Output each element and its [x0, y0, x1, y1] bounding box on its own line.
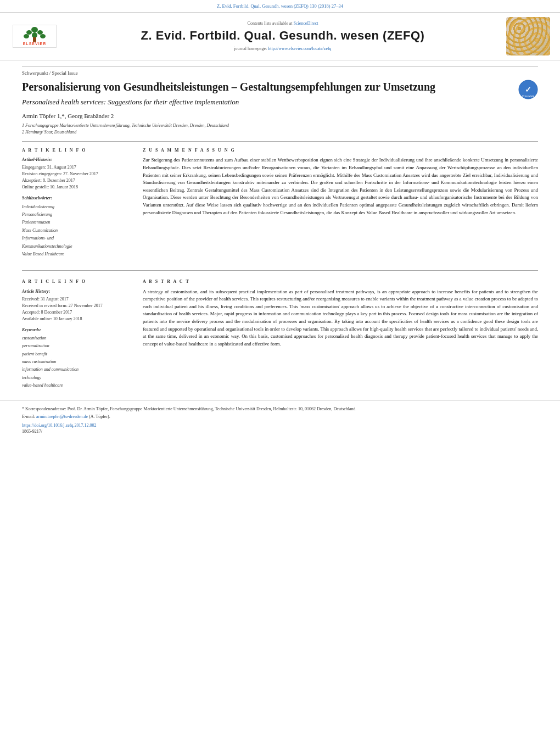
doi-text[interactable]: https://doi.org/10.1016/j.zefq.2017.12.0…	[22, 423, 96, 428]
title-row: Personalisierung von Gesundheitsleistung…	[22, 80, 538, 94]
kw-de-7: Value Based Healthcare	[22, 250, 132, 258]
svg-text:✓: ✓	[525, 85, 531, 94]
email-suffix: (A. Töpfer).	[89, 414, 110, 419]
kw-de-4: Mass Customization	[22, 227, 132, 235]
journal-header: ELSEVIER Contents lists available at Sci…	[0, 12, 560, 60]
zefq-logo	[506, 17, 550, 55]
abstract-text: A strategy of customisation, and its sub…	[143, 288, 538, 348]
eingegangen-line: Eingegangen: 31. August 2017	[22, 164, 132, 171]
keywords-block-en: Keywords: customisation personalisation …	[22, 327, 132, 390]
english-section: A R T I C L E I N F O Article History: R…	[22, 278, 538, 394]
svg-point-6	[40, 34, 46, 38]
footer-note: * Korrespondenzadresse: Prof. Dr. Armin …	[22, 406, 538, 412]
footer: * Korrespondenzadresse: Prof. Dr. Armin …	[0, 400, 560, 440]
kw-de-3: Patientennutzen	[22, 219, 132, 226]
section-divider	[22, 270, 538, 271]
german-section: A R T I K E L I N F O Artikel-Historie: …	[22, 141, 538, 263]
article-history-block: Article History: Received: 31 August 201…	[22, 288, 132, 322]
article-content: Schwerpunkt / Special Issue Personalisie…	[0, 60, 560, 394]
kw-de-1: Individualisierung	[22, 203, 132, 211]
svg-text:CrossMark: CrossMark	[522, 95, 535, 98]
abstract-col: A B S T R A C T A strategy of customisat…	[143, 278, 538, 394]
svg-point-4	[24, 34, 29, 38]
keywords-label-en: Keywords:	[22, 327, 132, 333]
journal-center: Contents lists available at ScienceDirec…	[59, 20, 506, 52]
article-info-col: A R T I C L E I N F O Article History: R…	[22, 278, 132, 394]
svg-point-2	[26, 30, 32, 35]
sciencedirect-link[interactable]: ScienceDirect	[294, 21, 318, 26]
svg-point-1	[31, 27, 38, 32]
accepted-line: Accepted: 8 December 2017	[22, 309, 132, 316]
akzeptiert-line: Akzeptiert: 8. Dezember 2017	[22, 177, 132, 184]
kw-en-1: customisation	[22, 334, 132, 342]
elsevier-logo-img: ELSEVIER	[13, 25, 57, 48]
footer-email-line: E-mail: armin.toepfer@tu-dresden.de (A. …	[22, 414, 538, 420]
kw-en-5: information and communication	[22, 366, 132, 373]
article-history-label: Article History:	[22, 288, 132, 294]
svg-rect-7	[33, 37, 36, 42]
revision-line: Revision eingegangen: 27. November 2017	[22, 171, 132, 177]
kw-en-2: personalisation	[22, 342, 132, 350]
top-citation: Z. Evid. Fortbild. Qual. Gesundh. wesen …	[0, 0, 560, 12]
online-line: Online gestellt: 10. Januar 2018	[22, 184, 132, 191]
keywords-list-en: customisation personalisation patient be…	[22, 334, 132, 390]
affiliation-1: 1 Forschungsgruppe Marktorientierte Unte…	[22, 122, 538, 129]
kw-en-7: value-based healthcare	[22, 382, 132, 389]
keywords-list-de: Individualisierung Personalisierung Pati…	[22, 203, 132, 259]
zefq-logo-inner	[506, 17, 550, 55]
zusammenfassung-text: Zur Steigerung des Patientennutzens und …	[143, 157, 538, 216]
article-title-de: Personalisierung von Gesundheitsleistung…	[22, 80, 472, 94]
received-line: Received: 31 August 2017	[22, 296, 132, 303]
special-issue-label: Schwerpunkt / Special Issue	[22, 66, 538, 77]
zusammenfassung-title: Z U S A M M E N F A S S U N G	[143, 147, 538, 153]
artikel-info-col: A R T I K E L I N F O Artikel-Historie: …	[22, 147, 132, 263]
affiliation-2: 2 Hamburg/ Saar, Deutschland	[22, 129, 538, 136]
homepage-url[interactable]: http://www.elsevier.com/locate/zefq	[268, 46, 331, 51]
elsevier-logo: ELSEVIER	[10, 23, 59, 50]
homepage-line: journal homepage: http://www.elsevier.co…	[59, 46, 506, 52]
keywords-block-de: Schlüsselwörter: Individualisierung Pers…	[22, 195, 132, 258]
svg-text:ELSEVIER: ELSEVIER	[23, 42, 46, 46]
sciencedirect-text: Contents lists available at	[248, 21, 293, 26]
article-info-title: A R T I C L E I N F O	[22, 278, 132, 284]
issn-line: 1865-9217/	[22, 428, 538, 434]
homepage-text: journal homepage:	[234, 46, 267, 51]
page: Z. Evid. Fortbild. Qual. Gesundh. wesen …	[0, 0, 560, 742]
footer-note-text: * Korrespondenzadresse: Prof. Dr. Armin …	[22, 406, 356, 411]
sciencedirect-line: Contents lists available at ScienceDirec…	[59, 20, 506, 26]
zusammenfassung-col: Z U S A M M E N F A S S U N G Zur Steige…	[143, 147, 538, 263]
email-label: E-mail:	[22, 414, 35, 419]
kw-de-5: Informations- und	[22, 235, 132, 242]
affiliations: 1 Forschungsgruppe Marktorientierte Unte…	[22, 122, 538, 136]
kw-en-3: patient benefit	[22, 350, 132, 358]
doi-line[interactable]: https://doi.org/10.1016/j.zefq.2017.12.0…	[22, 422, 538, 428]
artikel-history-label: Artikel-Historie:	[22, 157, 132, 163]
kw-en-4: mass customisation	[22, 358, 132, 366]
keywords-label-de: Schlüsselwörter:	[22, 195, 132, 201]
kw-de-2: Personalisierung	[22, 211, 132, 219]
crossmark-container[interactable]: ✓ CrossMark	[518, 80, 538, 102]
author-names: Armin Töpfer 1,*, Georg Brabänder 2	[22, 113, 114, 119]
journal-title: Z. Evid. Fortbild. Qual. Gesundh. wesen …	[59, 27, 506, 44]
email-address[interactable]: armin.toepfer@tu-dresden.de	[36, 414, 88, 419]
authors: Armin Töpfer 1,*, Georg Brabänder 2	[22, 112, 538, 120]
artikel-history-block: Artikel-Historie: Eingegangen: 31. Augus…	[22, 157, 132, 191]
kw-en-6: technology	[22, 374, 132, 382]
svg-point-3	[37, 30, 43, 35]
artikel-info-title: A R T I K E L I N F O	[22, 147, 132, 153]
svg-point-5	[32, 32, 37, 38]
article-title-en: Personalised health services: Suggestion…	[22, 97, 538, 107]
revised-line: Received in revised form: 27 November 20…	[22, 303, 132, 309]
citation-text: Z. Evid. Fortbild. Qual. Gesundh. wesen …	[217, 3, 343, 9]
available-line: Available online: 10 January 2018	[22, 316, 132, 322]
kw-de-6: Kommunikationstechnologie	[22, 243, 132, 250]
abstract-title: A B S T R A C T	[143, 278, 538, 284]
crossmark-icon: ✓ CrossMark	[518, 80, 538, 99]
